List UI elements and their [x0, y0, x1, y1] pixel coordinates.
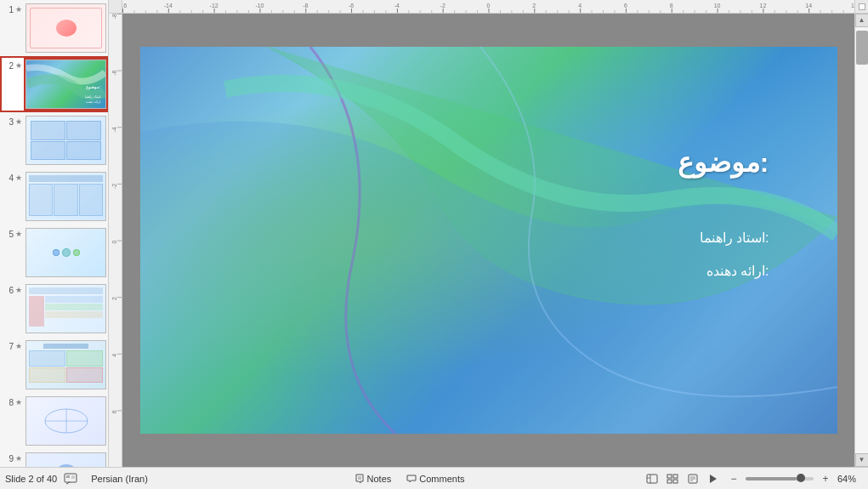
slide-star: ★ [14, 172, 24, 182]
comments-tab[interactable]: Comments [400, 472, 471, 486]
reading-view-icon [687, 474, 699, 484]
slide-star: ★ [14, 284, 24, 294]
slide-thumbnail[interactable] [26, 396, 106, 446]
zoom-slider[interactable] [746, 477, 814, 480]
slide-number: 3 [2, 116, 14, 127]
notes-icon [355, 474, 365, 484]
slide-text-area: :موضوع :استاد راهنما :ارائه دهنده [678, 146, 769, 296]
up-arrow-icon: ▲ [859, 17, 865, 24]
slide-info-text: Slide 2 of 40 [5, 474, 57, 484]
slide-item[interactable]: 3 ★ [0, 112, 108, 168]
ruler-corner [109, 0, 122, 14]
slide-item-active[interactable]: 2 ★ :موضوع :استاد راهنما :ارائه دهنده [0, 56, 108, 112]
slide-total-label: of 40 [37, 474, 57, 484]
slide-number: 7 [2, 340, 14, 351]
zoom-out-icon: − [730, 474, 736, 484]
svg-rect-15 [667, 480, 672, 483]
scroll-up-button[interactable]: ▲ [855, 14, 869, 27]
slide-number: 8 [2, 396, 14, 407]
slide-item[interactable]: 6 ★ [0, 281, 108, 337]
zoom-in-icon: + [822, 474, 828, 484]
slide-thumbnail[interactable] [26, 172, 106, 221]
slide-presenter-label: :ارائه دهنده [678, 263, 769, 279]
slide-item[interactable]: 9 ★ [0, 449, 108, 467]
reading-view-button[interactable] [684, 470, 701, 487]
comments-tab-label: Comments [419, 474, 464, 484]
slide-item[interactable]: 7 ★ [0, 337, 108, 393]
slide-thumbnail[interactable] [26, 116, 106, 165]
slide-item[interactable]: 1 ★ [0, 0, 108, 56]
slide-item[interactable]: 8 ★ [0, 393, 108, 449]
slide-canvas[interactable]: :موضوع :استاد راهنما :ارائه دهنده [140, 47, 837, 434]
slide-number: 6 [2, 284, 14, 295]
comments-icon [406, 474, 417, 484]
slide-title: :موضوع [678, 146, 769, 179]
status-left: Slide 2 of 40 Persian (Iran) [5, 470, 175, 487]
content-area: :موضوع :استاد راهنما :ارائه دهنده ▲ ▼ [109, 0, 868, 467]
slide-star: ★ [14, 3, 24, 14]
slide-panel[interactable]: 1 ★ 2 ★ :موضوع : [0, 0, 109, 467]
svg-rect-16 [673, 480, 678, 483]
slide-star: ★ [14, 452, 24, 463]
slide-thumbnail[interactable] [26, 228, 106, 277]
notes-tab-label: Notes [367, 474, 392, 484]
slide-thumbnail[interactable] [26, 340, 106, 389]
scroll-track[interactable] [855, 27, 869, 453]
svg-rect-4 [66, 475, 70, 478]
slide-status-icon [64, 473, 77, 485]
slide-star: ★ [14, 340, 24, 350]
normal-view-icon [646, 474, 658, 484]
slide-content-wrapper: :موضوع :استاد راهنما :ارائه دهنده ▲ ▼ [109, 14, 868, 467]
svg-rect-14 [673, 475, 678, 478]
horizontal-ruler [109, 0, 868, 14]
down-arrow-icon: ▼ [859, 457, 865, 463]
language-label: Persian (Iran) [91, 474, 148, 484]
slide-number: 9 [2, 452, 14, 463]
svg-rect-13 [667, 475, 672, 478]
notes-tab[interactable]: Notes [348, 472, 399, 486]
status-bar: Slide 2 of 40 Persian (Iran) Notes [0, 467, 868, 489]
slide-star: ★ [14, 228, 24, 238]
status-right: − + 64% [644, 470, 863, 487]
zoom-out-button[interactable]: − [725, 470, 742, 487]
svg-rect-10 [647, 475, 657, 483]
slide-notes-toggle-button[interactable] [62, 470, 79, 487]
slide-star: ★ [14, 116, 24, 126]
status-center: Notes Comments [179, 472, 640, 486]
svg-marker-21 [710, 475, 717, 483]
slide-sorter-icon [667, 474, 678, 484]
zoom-in-button[interactable]: + [817, 470, 834, 487]
slide-thumbnail[interactable] [26, 452, 106, 467]
slide-number: 5 [2, 228, 14, 239]
slide-thumbnail[interactable] [26, 284, 106, 333]
slide-thumbnail[interactable]: :موضوع :استاد راهنما :ارائه دهنده [26, 60, 106, 109]
slide-item[interactable]: 5 ★ [0, 225, 108, 281]
slide-sorter-button[interactable] [664, 470, 681, 487]
slide-star: ★ [14, 396, 24, 407]
slideshow-button[interactable] [705, 470, 722, 487]
ruler-h-track [122, 0, 854, 14]
zoom-level: 64% [837, 474, 863, 484]
slide-canvas-area[interactable]: :موضوع :استاد راهنما :ارائه دهنده [122, 14, 854, 467]
normal-view-button[interactable] [644, 470, 661, 487]
slide-instructor-label: :استاد راهنما [678, 230, 769, 246]
scroll-down-button[interactable]: ▼ [855, 453, 869, 467]
slide-thumbnail[interactable] [26, 3, 106, 53]
slide-number: 1 [2, 3, 14, 14]
slide-number: 4 [2, 172, 14, 183]
vertical-scrollbar[interactable]: ▲ ▼ [854, 14, 868, 467]
slide-number: 2 [2, 60, 14, 71]
slide-item[interactable]: 4 ★ [0, 168, 108, 225]
slide-star: ★ [14, 60, 24, 70]
zoom-thumb[interactable] [797, 474, 805, 482]
slide-number-label: Slide 2 [5, 474, 34, 484]
vertical-ruler [109, 14, 122, 467]
slideshow-icon [707, 474, 719, 484]
